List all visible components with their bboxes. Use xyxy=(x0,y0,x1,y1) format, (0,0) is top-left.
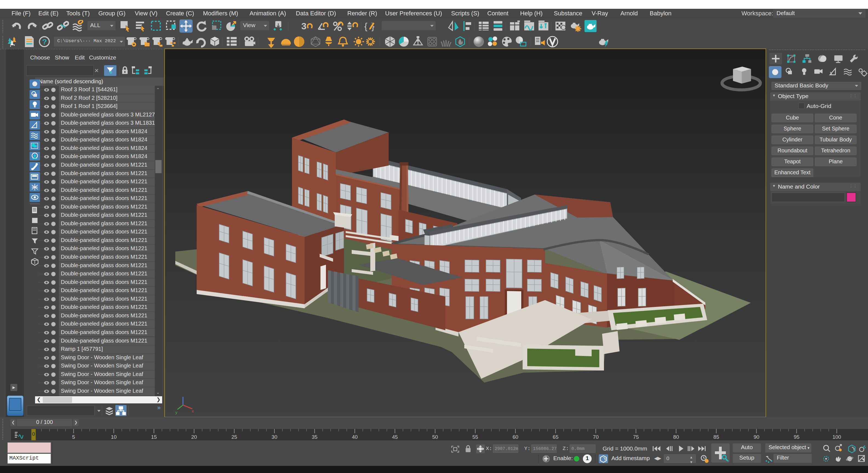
svg-text:80: 80 xyxy=(673,434,679,440)
svg-text:3: 3 xyxy=(301,21,307,31)
svg-text:70: 70 xyxy=(593,434,599,440)
svg-text:85: 85 xyxy=(713,434,719,440)
svg-text:35: 35 xyxy=(312,434,317,440)
svg-text:90: 90 xyxy=(753,434,759,440)
svg-text:15: 15 xyxy=(151,434,157,440)
svg-text:55: 55 xyxy=(472,434,478,440)
svg-text:10: 10 xyxy=(111,434,117,440)
svg-text:50: 50 xyxy=(432,434,438,440)
svg-text:45: 45 xyxy=(392,434,398,440)
svg-text:x: x xyxy=(192,409,194,413)
svg-text:20: 20 xyxy=(191,434,197,440)
svg-text:y: y xyxy=(175,410,178,415)
svg-text:{: { xyxy=(364,21,367,31)
svg-text:5: 5 xyxy=(72,434,75,440)
svg-text:25: 25 xyxy=(231,434,237,440)
svg-text:100: 100 xyxy=(832,434,841,440)
svg-text:75: 75 xyxy=(633,434,639,440)
svg-text:95: 95 xyxy=(794,434,800,440)
svg-text:30: 30 xyxy=(272,434,277,440)
svg-text:60: 60 xyxy=(513,434,518,440)
svg-text:40: 40 xyxy=(352,434,358,440)
svg-text:65: 65 xyxy=(553,434,558,440)
svg-text:?: ? xyxy=(42,37,47,46)
